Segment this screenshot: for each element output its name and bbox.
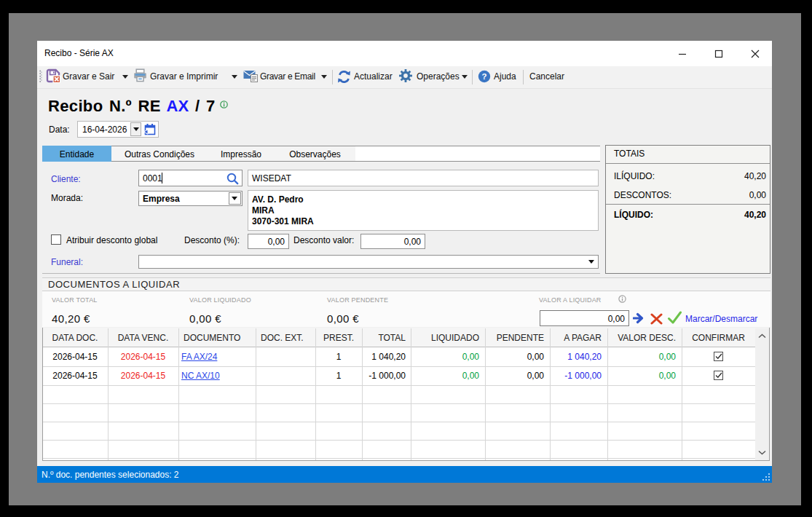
svg-text:?: ? (481, 72, 486, 81)
